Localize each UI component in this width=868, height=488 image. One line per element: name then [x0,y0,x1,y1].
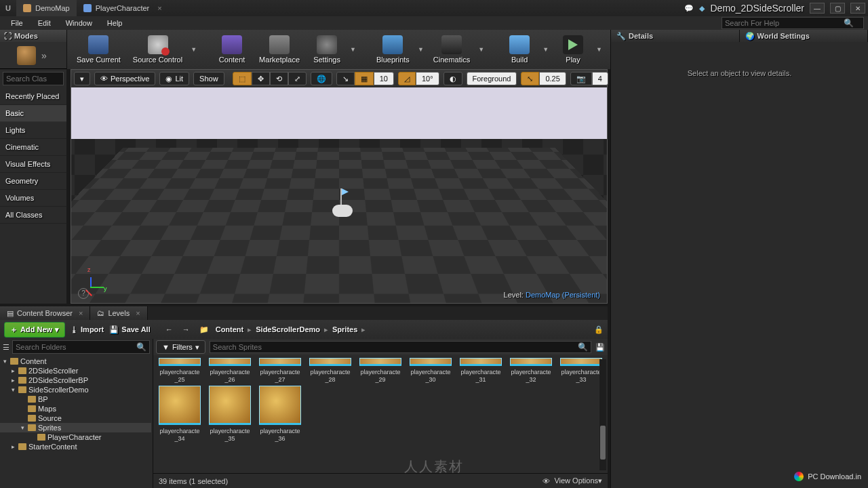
expand-icon[interactable]: ▸ [9,367,16,374]
blueprints-button[interactable]: Blueprints [371,31,415,68]
tree-node[interactable]: Source [0,413,151,423]
expand-icon[interactable]: ▸ [9,377,16,384]
close-button[interactable]: ✕ [850,3,865,14]
layer-value[interactable]: Foreground [467,72,517,85]
scale-tool-button[interactable]: ⤢ [288,72,307,85]
translate-tool-button[interactable]: ✥ [252,72,270,85]
tree-node[interactable]: ▸2DSideScroller [0,366,151,375]
camera-speed-button[interactable]: 📷 [570,72,592,85]
nav-back-button[interactable]: ← [163,325,176,333]
viewport-canvas[interactable]: z y ? Level: DemoMap (Persistent) [71,87,607,303]
chevron-down-icon[interactable]: ▼ [415,46,427,53]
modes-category[interactable]: Basic [0,105,66,122]
modes-category[interactable]: All Classes [0,207,66,224]
add-new-button[interactable]: ＋Add New▾ [4,322,65,338]
tree-node[interactable]: ▾SideScrollerDemo [0,385,151,394]
tab-details[interactable]: 🔧Details [611,30,740,42]
lock-icon[interactable]: 🔒 [594,325,604,334]
tree-node[interactable]: ▾Content [0,357,151,366]
asset-thumbnail[interactable] [208,358,252,366]
chevron-down-icon[interactable]: ▼ [188,46,199,53]
source-control-button[interactable]: Source Control [127,31,188,68]
play-button[interactable]: Play [553,31,593,68]
chevron-down-icon[interactable]: ▼ [540,46,551,53]
save-all-button[interactable]: 💾Save All [109,325,150,334]
folders-search-input[interactable] [16,343,136,351]
show-button[interactable]: Show [193,72,224,85]
asset-thumbnail[interactable] [157,358,202,366]
close-icon[interactable]: × [136,309,140,317]
modes-category[interactable]: Cinematic [0,139,66,156]
feedback-icon[interactable]: 💬 [684,4,694,13]
asset-thumbnail[interactable] [157,386,202,425]
angle-snap-value[interactable]: 10° [416,72,439,85]
tree-toggle-icon[interactable]: ☰ [3,343,9,352]
asset-thumbnail[interactable] [509,358,553,366]
grid-snap-value[interactable]: 10 [374,72,394,85]
save-current-button[interactable]: Save Current [71,31,126,68]
nav-forward-button[interactable]: → [180,325,193,333]
modes-category[interactable]: Geometry [0,173,66,190]
modes-category[interactable]: Visual Effects [0,156,66,173]
folders-search[interactable]: 🔍 [12,340,150,354]
level-link[interactable]: DemoMap (Persistent) [526,291,600,299]
asset-thumbnail[interactable] [208,386,252,425]
tree-node[interactable]: Maps [0,404,151,413]
expand-icon[interactable]: ▾ [1,358,8,365]
close-icon[interactable]: × [79,309,83,317]
title-tab-demomap[interactable]: DemoMap [16,0,77,16]
expand-icon[interactable]: ▸ [9,443,16,450]
modes-category[interactable]: Lights [0,122,66,139]
breadcrumb[interactable]: Sprites [332,325,357,333]
asset-search-input[interactable] [213,343,578,351]
tree-node[interactable]: ▾Sprites [0,423,151,432]
asset-thumbnail[interactable] [408,358,453,366]
modes-overflow-icon[interactable]: » [39,50,50,61]
menu-help[interactable]: Help [100,18,130,28]
menu-file[interactable]: File [4,18,30,28]
marketplace-button[interactable]: Marketplace [254,31,305,68]
asset-grid[interactable]: playercharacte_25playercharacte_26player… [153,355,608,473]
tree-node[interactable]: ▸StarterContent [0,442,151,451]
layer-toggle-button[interactable]: ◐ [443,72,462,85]
asset-search[interactable]: 🔍 [210,341,591,353]
maximize-button[interactable]: ▢ [830,3,845,14]
select-tool-button[interactable]: ⬚ [233,72,252,85]
tab-world-settings[interactable]: 🌍World Settings [740,30,869,42]
folder-icon[interactable]: 📁 [197,325,212,334]
rotate-tool-button[interactable]: ⟲ [270,72,288,85]
player-start-actor[interactable] [328,188,355,222]
close-icon[interactable]: × [157,4,161,12]
modes-category[interactable]: Recently Placed [0,88,66,105]
asset-thumbnail[interactable] [258,358,302,366]
minimize-button[interactable]: — [810,3,825,14]
angle-snap-button[interactable]: ◿ [398,72,416,85]
scale-snap-button[interactable]: ⤡ [521,72,539,85]
menu-window[interactable]: Window [59,18,99,28]
chevron-down-icon[interactable]: ▼ [475,46,487,53]
camera-speed-value[interactable]: 4 [592,72,608,85]
search-icon[interactable]: 🔍 [578,342,588,352]
help-search-input[interactable] [725,19,837,27]
expand-icon[interactable]: ▾ [19,424,26,431]
import-button[interactable]: ⭳Import [71,325,104,333]
asset-thumbnail[interactable] [458,358,503,366]
coord-space-button[interactable]: 🌐 [311,72,332,85]
asset-thumbnail[interactable] [258,386,302,425]
settings-button[interactable]: Settings [307,31,347,68]
cinematics-button[interactable]: Cinematics [428,31,475,68]
place-mode-icon[interactable] [17,46,36,65]
lit-button[interactable]: ◉Lit [159,72,189,85]
tree-node[interactable]: ▸2DSideScrollerBP [0,375,151,385]
help-search[interactable]: 🔍 [722,17,864,29]
asset-thumbnail[interactable] [308,358,353,366]
viewport-options-button[interactable]: ▾ [74,72,90,85]
surface-snap-button[interactable]: ↘ [336,72,355,85]
modes-category[interactable]: Volumes [0,190,66,207]
scale-snap-value[interactable]: 0.25 [539,72,566,85]
modes-search[interactable]: 🔍 [3,72,64,85]
search-icon[interactable]: 🔍 [136,342,146,352]
grid-snap-button[interactable]: ▦ [355,72,374,85]
filters-button[interactable]: ▼Filters▾ [156,340,205,354]
viewport[interactable]: ▾ 👁Perspective ◉Lit Show ⬚ ✥ ⟲ ⤢ 🌐 ↘ ▦ 1… [71,69,608,304]
